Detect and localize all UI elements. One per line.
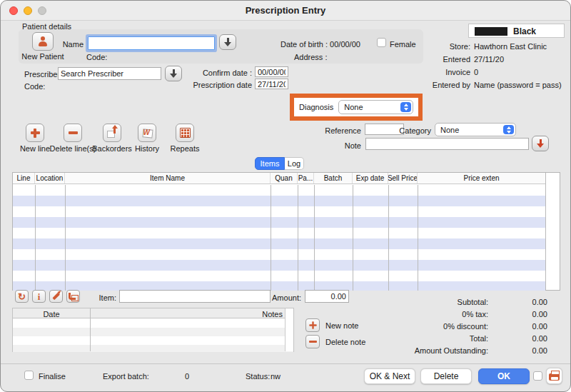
delete-note-button[interactable]	[305, 335, 320, 348]
prescription-entry-window: Prescription Entry Patient details New P…	[0, 0, 571, 392]
delete-button[interactable]: Delete	[420, 368, 472, 384]
entered-by-label: Entered by	[400, 81, 470, 89]
color-selector[interactable]: Black	[468, 24, 565, 38]
backorder-box-arrow-icon	[106, 127, 118, 139]
color-name: Black	[513, 27, 536, 36]
subtotal-label: Subtotal:	[386, 298, 488, 306]
diagnosis-dropdown[interactable]: None	[338, 100, 413, 114]
info-icon: i	[38, 292, 41, 301]
discount-value: 0.00	[497, 322, 547, 331]
delete-note-label: Delete note	[325, 338, 365, 346]
minus-icon	[69, 131, 78, 134]
sync-icon: ↻	[18, 292, 26, 301]
stepper-icon	[400, 102, 411, 112]
backorders-button[interactable]	[103, 124, 121, 142]
ok-button[interactable]: OK	[478, 368, 530, 384]
category-value: None	[440, 126, 459, 134]
col-sell-price[interactable]: Sell Price	[388, 173, 418, 184]
print-button[interactable]	[546, 368, 562, 384]
history-button[interactable]	[138, 124, 156, 142]
notes-table: Date Notes	[12, 308, 294, 352]
repeats-button[interactable]	[176, 124, 194, 142]
name-label: Name	[48, 40, 84, 49]
diagnosis-highlight-box: Diagnosis None	[290, 94, 423, 121]
edit-note-button[interactable]	[49, 290, 63, 303]
column-divider	[418, 185, 418, 291]
delete-lines-button[interactable]	[64, 124, 82, 142]
subtotal-value: 0.00	[497, 298, 547, 306]
new-line-button[interactable]	[26, 124, 44, 142]
prescriber-lookup-button[interactable]	[165, 66, 182, 81]
notes-table-scrollbar[interactable]	[285, 308, 293, 351]
note-expand-button[interactable]	[532, 136, 549, 151]
address-label: Address :	[294, 53, 327, 61]
prescription-date-label: Prescription date	[186, 81, 252, 89]
item-input[interactable]	[119, 290, 271, 303]
col-exp-date[interactable]: Exp date	[353, 173, 388, 184]
column-divider	[314, 185, 315, 291]
items-table-body[interactable]	[13, 185, 545, 291]
entered-value: 27/11/20	[474, 55, 504, 64]
tab-items[interactable]: Items	[255, 157, 285, 170]
amount-label: Amount:	[269, 293, 301, 302]
dob-label: Date of birth : 00/00/00	[281, 40, 360, 49]
tax-value: 0.00	[497, 310, 547, 318]
column-divider	[388, 185, 389, 291]
col-price-exten[interactable]: Price exten	[418, 173, 545, 184]
note-input[interactable]	[365, 138, 529, 150]
col-batch[interactable]: Batch	[314, 173, 353, 184]
notes-col-date[interactable]: Date	[13, 310, 90, 318]
status-label: Status:	[246, 372, 270, 381]
prescription-date-input[interactable]	[255, 79, 288, 89]
arrow-into-box-icon	[68, 292, 79, 301]
notes-table-header: Date Notes	[13, 308, 293, 318]
invoice-label: Invoice	[400, 68, 470, 76]
category-dropdown[interactable]: None	[435, 123, 516, 136]
status-value: nw	[271, 372, 281, 381]
patient-name-lookup-button[interactable]	[219, 34, 236, 50]
finalise-label: Finalise	[39, 372, 66, 381]
merge-button[interactable]	[66, 290, 80, 303]
printer-icon	[549, 373, 560, 381]
title-bar[interactable]: Prescription Entry	[1, 1, 570, 21]
delete-label: Delete	[434, 371, 459, 381]
finalise-checkbox[interactable]	[24, 371, 34, 380]
repeats-label: Repeats	[163, 144, 206, 153]
category-label: Category	[390, 126, 431, 135]
color-swatch	[475, 27, 507, 36]
col-quan[interactable]: Quan	[271, 173, 298, 184]
repeats-grid-icon	[180, 128, 191, 138]
export-batch-label: Export batch:	[103, 372, 149, 381]
item-label: Item:	[94, 293, 116, 302]
column-divider	[65, 185, 66, 291]
items-table: Line Location Item Name Quan Pa... Batch…	[12, 172, 560, 291]
col-item-name[interactable]: Item Name	[65, 173, 271, 184]
new-patient-label: New Patient	[16, 52, 69, 61]
info-button[interactable]: i	[32, 290, 46, 303]
column-divider	[90, 308, 91, 351]
history-label: History	[126, 144, 168, 153]
export-batch-value: 0	[185, 372, 189, 381]
col-location[interactable]: Location	[35, 173, 65, 184]
prescriber-code-label: Code:	[24, 82, 45, 91]
plus-icon	[309, 321, 316, 328]
col-pack[interactable]: Pa...	[298, 173, 314, 184]
refresh-button[interactable]: ↻	[15, 290, 29, 303]
col-line[interactable]: Line	[13, 173, 35, 184]
print-checkbox[interactable]	[533, 371, 542, 381]
notes-table-body[interactable]	[13, 319, 293, 352]
prescriber-search-input[interactable]	[58, 67, 161, 80]
entered-by-value: Name (password = pass)	[474, 81, 562, 89]
ok-next-button[interactable]: OK & Next	[364, 368, 415, 384]
column-divider	[298, 185, 298, 291]
tab-log[interactable]: Log	[285, 157, 304, 170]
confirm-date-input[interactable]	[255, 66, 288, 77]
items-table-scrollbar[interactable]	[545, 173, 560, 290]
amount-input[interactable]	[305, 290, 349, 303]
new-note-button[interactable]	[305, 318, 320, 332]
diagnosis-value: None	[344, 103, 363, 111]
patient-name-input[interactable]	[88, 36, 215, 50]
column-divider	[35, 185, 36, 291]
female-checkbox[interactable]	[377, 38, 386, 47]
notes-col-notes[interactable]: Notes	[90, 310, 283, 318]
